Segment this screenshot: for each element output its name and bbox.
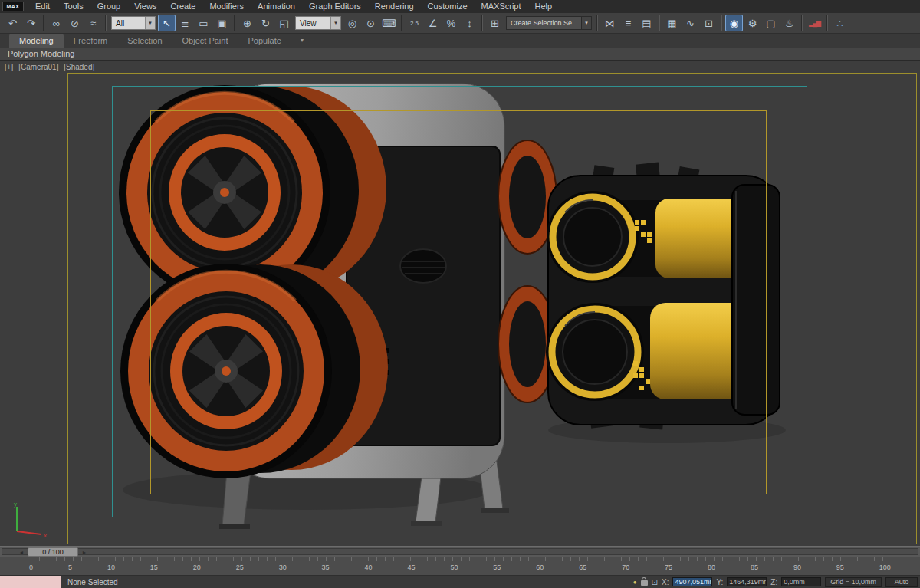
schematic-view-icon[interactable]: ⊡ bbox=[700, 15, 718, 31]
ruler-tick-label: 30 bbox=[279, 563, 287, 571]
app-logo-icon[interactable]: MAX bbox=[2, 2, 24, 11]
viewport-menu-shading[interactable]: [Shaded] bbox=[64, 63, 94, 71]
redo-icon[interactable]: ↷ bbox=[22, 15, 40, 31]
viewport-menu-plus[interactable]: [+] bbox=[5, 63, 13, 71]
align-icon[interactable]: ≡ bbox=[619, 15, 637, 31]
bind-to-space-warp-icon[interactable]: ≈ bbox=[84, 15, 102, 31]
ribbon-toggle-icon[interactable]: ▦ bbox=[663, 15, 681, 31]
rendered-frame-window-icon[interactable]: ▢ bbox=[762, 15, 780, 31]
menu-item[interactable]: Tools bbox=[57, 0, 90, 13]
viewport[interactable]: [+] [Camera01] [Shaded] y x bbox=[0, 61, 920, 546]
ruler-ticks bbox=[31, 557, 889, 561]
x-coordinate-field[interactable]: 4907,051mm bbox=[672, 577, 712, 586]
ruler-tick-label: 40 bbox=[365, 563, 373, 571]
select-and-link-icon[interactable]: ∞ bbox=[48, 15, 65, 31]
undo-icon[interactable]: ↶ bbox=[4, 15, 21, 31]
menu-item[interactable]: Customize bbox=[421, 0, 475, 13]
ribbon-options-icon[interactable]: ▾ bbox=[297, 34, 307, 48]
previous-frame-icon[interactable]: ◄ bbox=[17, 548, 26, 557]
menu-item[interactable]: Edit bbox=[28, 0, 57, 13]
menu-item[interactable]: Help bbox=[528, 0, 560, 13]
select-and-scale-icon[interactable]: ◱ bbox=[275, 15, 293, 31]
selection-filter-value: All bbox=[116, 19, 124, 28]
menu-item[interactable]: Create bbox=[163, 0, 202, 13]
ruler-tick-label: 55 bbox=[493, 563, 501, 571]
unlink-selection-icon[interactable]: ⊘ bbox=[66, 15, 84, 31]
auto-key-button[interactable]: Auto bbox=[886, 577, 918, 587]
canister-assembly[interactable] bbox=[546, 162, 780, 429]
polygon-modeling-panel[interactable]: Polygon Modeling bbox=[0, 48, 920, 61]
edit-named-selection-sets-icon[interactable]: ⊞ bbox=[486, 15, 504, 31]
ruler-numbers: 0510152025303540455055606570758085909510… bbox=[29, 563, 891, 571]
viewport-menu-camera[interactable]: [Camera01] bbox=[18, 63, 58, 71]
named-selection-sets-dropdown[interactable]: Create Selection Se ▼ bbox=[506, 16, 592, 30]
tab-freeform[interactable]: Freeform bbox=[64, 34, 118, 48]
track-bar[interactable]: 0510152025303540455055606570758085909510… bbox=[0, 557, 920, 576]
ruler-tick-label: 60 bbox=[536, 563, 544, 571]
chevron-down-icon: ▼ bbox=[581, 17, 591, 29]
reference-coordinate-dropdown[interactable]: View ▼ bbox=[295, 16, 341, 30]
render-setup-icon[interactable]: ⚙ bbox=[744, 15, 761, 31]
rectangular-selection-region-icon[interactable]: ▭ bbox=[195, 15, 212, 31]
window-crossing-icon[interactable]: ▣ bbox=[213, 15, 231, 31]
absolute-offset-toggle-icon[interactable]: ⊡ bbox=[652, 578, 658, 586]
ruler-tick-label: 90 bbox=[794, 563, 801, 571]
material-editor-icon[interactable]: ◉ bbox=[725, 15, 743, 31]
snaps-toggle-icon[interactable]: 2.5 bbox=[406, 15, 423, 31]
spinner-snap-icon[interactable]: ↕ bbox=[461, 15, 478, 31]
time-slider[interactable]: ◄ 0 / 100 ► bbox=[0, 546, 920, 557]
select-and-move-icon[interactable]: ⊕ bbox=[238, 15, 256, 31]
menu-item[interactable]: Rendering bbox=[368, 0, 421, 13]
toolbar-separator bbox=[234, 15, 235, 31]
y-coordinate-label: Y: bbox=[716, 578, 723, 586]
toolbar-separator bbox=[801, 15, 803, 31]
chevron-down-icon: ▼ bbox=[145, 17, 155, 29]
mirror-icon[interactable]: ⋈ bbox=[601, 15, 619, 31]
angle-snap-icon[interactable]: ∠ bbox=[424, 15, 442, 31]
menu-item[interactable]: Animation bbox=[251, 0, 302, 13]
use-pivot-center-icon[interactable]: ◎ bbox=[343, 15, 361, 31]
curve-editor-icon[interactable]: ∿ bbox=[682, 15, 699, 31]
toolbar-separator bbox=[659, 15, 660, 31]
select-object-icon[interactable]: ↖ bbox=[158, 15, 176, 31]
engine-assembly-bottom[interactable] bbox=[120, 264, 388, 478]
percent-snap-icon[interactable]: % bbox=[442, 15, 460, 31]
tab-selection[interactable]: Selection bbox=[117, 34, 172, 48]
render-production-icon[interactable]: ♨ bbox=[780, 15, 798, 31]
menu-item[interactable]: Group bbox=[90, 0, 128, 13]
select-by-name-icon[interactable]: ≣ bbox=[176, 15, 194, 31]
z-coordinate-field[interactable]: 0,0mm bbox=[781, 577, 821, 586]
keyboard-shortcut-override-icon[interactable]: ⌨ bbox=[380, 15, 398, 31]
next-frame-icon[interactable]: ► bbox=[80, 548, 89, 557]
scene-canvas[interactable] bbox=[0, 61, 920, 546]
time-slider-handle[interactable]: 0 / 100 bbox=[28, 547, 78, 557]
particles-icon[interactable]: ∴ bbox=[831, 15, 849, 31]
y-coordinate-field[interactable]: 1464,319mm bbox=[727, 577, 767, 586]
menu-item[interactable]: Views bbox=[127, 0, 163, 13]
ruler-tick-label: 100 bbox=[879, 563, 891, 571]
tab-object-paint[interactable]: Object Paint bbox=[172, 34, 238, 48]
select-and-rotate-icon[interactable]: ↻ bbox=[257, 15, 274, 31]
layer-explorer-icon[interactable]: ▤ bbox=[638, 15, 656, 31]
ruler-tick-label: 25 bbox=[236, 563, 244, 571]
selection-filter-dropdown[interactable]: All ▼ bbox=[111, 16, 156, 30]
z-coordinate-label: Z: bbox=[770, 578, 777, 586]
ruler-tick-label: 0 bbox=[29, 563, 33, 571]
ruler-tick-label: 75 bbox=[665, 563, 672, 571]
canister-cap-bottom bbox=[546, 303, 644, 401]
selection-lock-icon[interactable] bbox=[641, 580, 648, 586]
grid-size-display: Grid = 10,0mm bbox=[825, 577, 882, 587]
menu-item[interactable]: Graph Editors bbox=[302, 0, 368, 13]
select-and-manipulate-icon[interactable]: ⊙ bbox=[362, 15, 380, 31]
status-prompt: None Selected bbox=[67, 578, 118, 586]
maxscript-mini-listener[interactable] bbox=[0, 576, 61, 588]
status-bar: None Selected ● ⊡ X: 4907,051mm Y: 1464,… bbox=[0, 576, 920, 588]
ruler-tick-label: 20 bbox=[193, 563, 201, 571]
ruler-tick-label: 80 bbox=[708, 563, 715, 571]
tab-populate[interactable]: Populate bbox=[238, 34, 291, 48]
menu-item[interactable]: MAXScript bbox=[475, 0, 528, 13]
chart-columns-icon[interactable]: ▂▄▆ bbox=[806, 15, 823, 31]
time-slider-track[interactable] bbox=[2, 548, 918, 555]
tab-modeling[interactable]: Modeling bbox=[9, 34, 64, 48]
menu-item[interactable]: Modifiers bbox=[202, 0, 251, 13]
